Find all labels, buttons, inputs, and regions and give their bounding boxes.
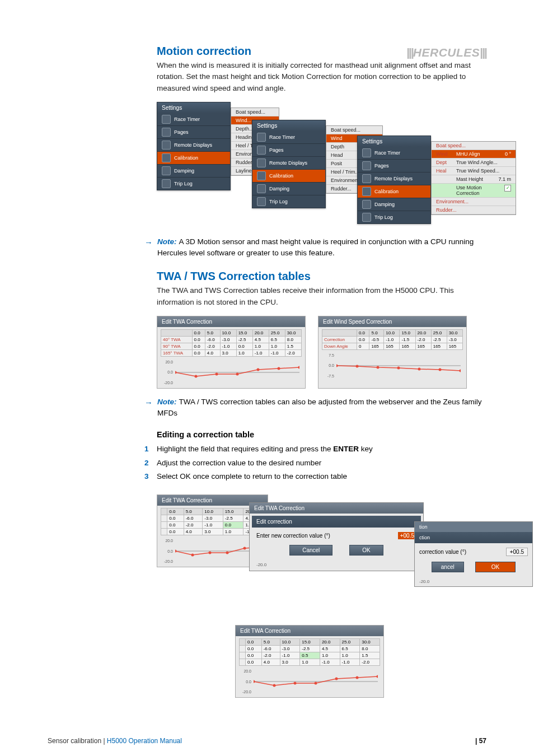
menu-item[interactable]: Race Timer bbox=[252, 131, 325, 144]
settings-cascade-figure: Settings Race TimerPagesRemote DisplaysC… bbox=[157, 102, 486, 225]
section-twa-body: The TWA and TWS Correction tables receiv… bbox=[157, 285, 486, 308]
svg-point-28 bbox=[335, 678, 338, 680]
svg-point-17 bbox=[175, 550, 177, 553]
note-motion: → Note:A 3D Motion sensor and mast heigh… bbox=[144, 236, 486, 259]
brand-logo: |||HERCULES||| bbox=[406, 46, 486, 59]
svg-point-11 bbox=[377, 366, 380, 368]
note-twa: → Note:TWA / TWS correction tables can a… bbox=[144, 396, 486, 419]
svg-point-10 bbox=[356, 365, 359, 367]
cancel-button[interactable]: Cancel bbox=[289, 545, 332, 556]
svg-point-24 bbox=[254, 680, 255, 683]
svg-point-15 bbox=[460, 369, 461, 372]
ok-button[interactable]: OK bbox=[349, 545, 383, 556]
note-arrow-icon: → bbox=[144, 236, 153, 249]
section-twa-title: TWA / TWS Correction tables bbox=[157, 270, 486, 283]
svg-point-4 bbox=[236, 372, 239, 375]
settings-title-1: Settings bbox=[157, 102, 230, 113]
note-arrow-icon: → bbox=[144, 396, 153, 409]
menu-item[interactable]: Trip Log bbox=[358, 211, 430, 223]
menu-item[interactable]: Pages bbox=[252, 144, 325, 157]
menu-item[interactable]: Trip Log bbox=[157, 178, 230, 190]
editing-heading: Editing a correction table bbox=[157, 430, 486, 439]
svg-point-2 bbox=[195, 375, 198, 377]
settings-title-2: Settings bbox=[252, 120, 325, 131]
svg-point-26 bbox=[294, 682, 297, 685]
section-motion-body: When the wind is measured it is initiall… bbox=[157, 60, 486, 94]
menu-item[interactable]: Trip Log bbox=[252, 195, 325, 208]
value-input[interactable]: +00.5 bbox=[398, 532, 416, 539]
tws-corr-title: Edit Wind Speed Correction bbox=[318, 316, 466, 327]
svg-point-13 bbox=[418, 367, 421, 370]
menu-item[interactable]: Race Timer bbox=[358, 147, 430, 160]
svg-point-18 bbox=[191, 554, 194, 557]
tws-chart-icon bbox=[336, 353, 461, 378]
menu-item[interactable]: Damping bbox=[252, 183, 325, 195]
svg-point-1 bbox=[175, 371, 177, 374]
menu-item[interactable]: Pages bbox=[358, 160, 430, 172]
menu-item[interactable]: Damping bbox=[358, 198, 430, 211]
settings-title-3: Settings bbox=[358, 136, 430, 147]
edit-prompt: Enter new correction value (°) bbox=[256, 533, 330, 539]
svg-point-30 bbox=[377, 675, 378, 678]
correction-tables-figure: Edit TWA Correction 0.05.010.015.020.025… bbox=[157, 316, 486, 389]
svg-point-5 bbox=[257, 368, 260, 371]
svg-point-21 bbox=[243, 547, 246, 550]
svg-point-27 bbox=[315, 682, 317, 685]
svg-point-20 bbox=[226, 552, 229, 554]
menu-item[interactable]: Race Timer bbox=[157, 113, 230, 126]
menu-item[interactable]: Remote Displays bbox=[358, 172, 430, 185]
svg-point-3 bbox=[216, 372, 218, 375]
menu-item[interactable]: Damping bbox=[157, 165, 230, 178]
step-1: Highlight the field that requires editin… bbox=[157, 442, 373, 456]
svg-point-12 bbox=[397, 366, 400, 369]
ok-button-selected[interactable]: OK bbox=[475, 562, 516, 572]
menu-item[interactable]: Pages bbox=[157, 126, 230, 139]
step-2: Adjust the correction value to the desir… bbox=[157, 456, 321, 470]
footer-left: Sensor calibration | H5000 Operation Man… bbox=[48, 737, 182, 745]
cancel-button-2[interactable]: ancel bbox=[432, 562, 464, 572]
twa-chart-icon bbox=[175, 360, 299, 385]
svg-point-6 bbox=[278, 367, 280, 370]
menu-item[interactable]: Remote Displays bbox=[157, 139, 230, 152]
twa-corr-title: Edit TWA Correction bbox=[157, 316, 305, 327]
svg-point-25 bbox=[273, 684, 276, 687]
svg-point-7 bbox=[298, 366, 300, 368]
footer-page-number: | 57 bbox=[475, 737, 486, 745]
menu-item[interactable]: Calibration bbox=[157, 152, 230, 165]
svg-point-19 bbox=[209, 552, 212, 554]
menu-item[interactable]: Calibration bbox=[252, 170, 325, 183]
svg-point-9 bbox=[336, 364, 338, 367]
edit-cascade-figure: Edit TWA Correction 0.05.010.015.020.00.… bbox=[157, 494, 486, 615]
menu-item[interactable]: Calibration bbox=[358, 185, 430, 198]
menu-item[interactable]: Remote Displays bbox=[252, 157, 325, 170]
svg-point-29 bbox=[356, 676, 359, 679]
svg-point-14 bbox=[439, 368, 442, 371]
editing-steps: 1Highlight the field that requires editi… bbox=[144, 442, 486, 483]
step-3: Select OK once complete to return to the… bbox=[157, 470, 347, 483]
